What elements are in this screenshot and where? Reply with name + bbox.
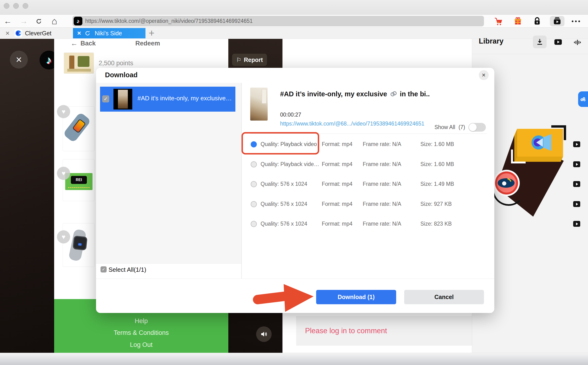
frame-rate-label: Frame rate: N/A: [363, 141, 401, 147]
library-video-tab[interactable]: [553, 37, 563, 48]
favorite-button[interactable]: ♥: [57, 230, 70, 244]
cart-icon: [493, 16, 504, 26]
url-text: https://www.tiktok.com/@operation_niki/v…: [85, 18, 253, 24]
frame-rate-label: Frame rate: N/A: [363, 201, 401, 207]
tab-active[interactable]: × Niki's Side: [73, 28, 145, 38]
size-label: Size: 1.49 MB: [420, 181, 454, 187]
reload-button[interactable]: [33, 14, 45, 28]
cart-button[interactable]: [492, 16, 505, 26]
flag-icon: ⚐: [236, 56, 242, 63]
three-dots-icon: [572, 21, 580, 22]
radio-icon[interactable]: [251, 221, 257, 227]
video-title: #AD it’s invite-only, my exclusive in th…: [280, 90, 430, 98]
radio-icon[interactable]: [251, 181, 257, 187]
preview-play-button[interactable]: [573, 161, 580, 167]
tab-reload-icon[interactable]: [84, 30, 91, 36]
select-all-checkbox[interactable]: ✓: [101, 266, 107, 273]
back-button[interactable]: ←: [2, 14, 14, 28]
item-thumbnail: [113, 89, 132, 110]
format-label: Format: mp4: [322, 161, 352, 168]
menu-button[interactable]: [570, 16, 582, 26]
frame-rate-label: Frame rate: N/A: [363, 161, 401, 168]
show-all-control: Show All (7): [435, 123, 486, 132]
points-label: 2,500 points: [99, 60, 133, 67]
favorite-button[interactable]: ♥: [57, 167, 70, 180]
report-button[interactable]: ⚐ Report: [232, 54, 267, 66]
mute-button[interactable]: [256, 326, 272, 342]
waveform-icon: [573, 38, 582, 47]
list-item-selected[interactable]: ✓ #AD it’s invite-only, my exclusive…: [100, 87, 235, 112]
lock-button[interactable]: [531, 16, 543, 26]
window-titlebar: [0, 0, 588, 14]
close-overlay-button[interactable]: ×: [10, 51, 28, 69]
traffic-light-minimize-button[interactable]: [13, 3, 19, 9]
quality-row[interactable]: Quality: Playback vide… Format: mp4 Fram…: [241, 154, 494, 174]
close-tab-icon[interactable]: ×: [77, 29, 81, 37]
download-button[interactable]: Download (1): [316, 290, 396, 304]
back-link[interactable]: Back: [81, 40, 96, 47]
show-all-toggle[interactable]: [468, 123, 486, 132]
assistant-side-badge[interactable]: [578, 91, 588, 107]
tiktok-site-icon: ♪: [74, 17, 82, 25]
dialog-item-list: ✓ #AD it’s invite-only, my exclusive… ✓ …: [96, 83, 241, 279]
heart-icon: ♥: [62, 170, 65, 177]
terms-link[interactable]: Terms & Conditions: [54, 329, 228, 337]
app-window: ← → ⌂ ♪ https://www.tiktok.com/@operatio…: [0, 0, 588, 365]
heart-icon: ♥: [62, 108, 65, 115]
home-button[interactable]: ⌂: [48, 14, 60, 28]
preview-play-button[interactable]: [573, 181, 580, 187]
preview-play-button[interactable]: [573, 221, 580, 227]
reward-card[interactable]: REI: [63, 159, 95, 201]
library-downloading-tab[interactable]: [533, 35, 546, 48]
video-duration: 00:00:27: [280, 112, 301, 118]
lock-icon: [533, 16, 542, 26]
home-icon: ⌂: [52, 16, 57, 26]
show-all-label: Show All: [435, 124, 455, 130]
active-tab-label: Niki's Side: [95, 30, 122, 37]
window-bottom-bar: [0, 353, 588, 365]
comment-prompt: Please log in to comment: [305, 327, 387, 335]
new-tab-button[interactable]: +: [146, 28, 157, 39]
comment-login-bar[interactable]: Please log in to comment: [296, 316, 472, 346]
radio-icon[interactable]: [251, 201, 257, 207]
size-label: Size: 823 KB: [420, 221, 452, 227]
toggle-knob: [469, 123, 477, 131]
video-icon: [553, 37, 563, 47]
library-toggle-button[interactable]: [550, 16, 564, 26]
quality-row[interactable]: Quality: 576 x 1024 Format: mp4 Frame ra…: [241, 194, 494, 214]
home-tab-label[interactable]: CleverGet: [25, 30, 52, 37]
redeem-title: Redeem: [135, 40, 160, 47]
gift-icon: [513, 16, 523, 26]
preview-play-button[interactable]: [573, 201, 580, 207]
forward-arrow-icon: →: [20, 16, 28, 26]
radio-icon[interactable]: [251, 161, 257, 168]
url-bar[interactable]: ♪ https://www.tiktok.com/@operation_niki…: [72, 16, 484, 26]
library-audio-tab[interactable]: [573, 38, 582, 48]
forward-button[interactable]: →: [18, 14, 30, 28]
reward-thumbnail: [64, 53, 94, 74]
video-url-link[interactable]: https://www.tiktok.com/@68.../video/7195…: [280, 120, 424, 127]
traffic-light-zoom-button[interactable]: [23, 3, 28, 9]
back-arrow-icon[interactable]: ←: [71, 39, 78, 47]
traffic-light-close-button[interactable]: [4, 3, 9, 9]
close-icon: ×: [482, 72, 486, 79]
gift-button[interactable]: [512, 16, 524, 26]
frame-rate-label: Frame rate: N/A: [363, 181, 401, 187]
quality-label: Quality: 576 x 1024: [261, 181, 307, 187]
help-link[interactable]: Help: [54, 317, 228, 325]
item-checkbox[interactable]: ✓: [102, 95, 109, 102]
logout-link[interactable]: Log Out: [54, 341, 228, 349]
close-home-tab-button[interactable]: ×: [3, 28, 12, 39]
back-arrow-icon: ←: [4, 16, 12, 26]
dialog-close-button[interactable]: ×: [479, 70, 489, 80]
preview-play-button[interactable]: [573, 141, 580, 147]
format-label: Format: mp4: [322, 221, 352, 227]
report-label: Report: [244, 56, 263, 63]
library-divider: [472, 54, 588, 54]
favorite-button[interactable]: ♥: [57, 105, 70, 118]
versa-watch-image: [72, 235, 88, 251]
quality-row[interactable]: Quality: 576 x 1024 Format: mp4 Frame ra…: [241, 174, 494, 194]
reward-card[interactable]: [63, 223, 95, 267]
quality-row[interactable]: Quality: 576 x 1024 Format: mp4 Frame ra…: [241, 214, 494, 234]
cancel-button[interactable]: Cancel: [404, 290, 484, 304]
